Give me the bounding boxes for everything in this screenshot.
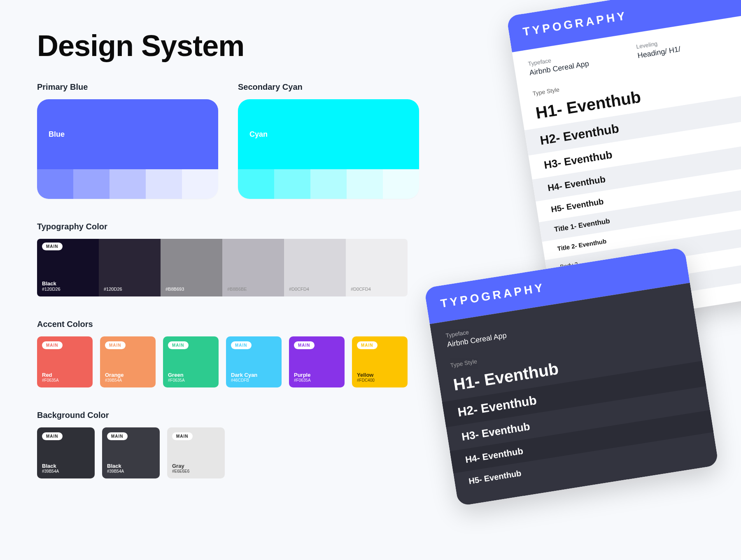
swatch-name: Orange xyxy=(105,372,151,378)
swatch-hex: #39B54A xyxy=(105,378,151,383)
swatch-hex: #F0635A xyxy=(42,378,88,383)
type-style-row: Body 2 xyxy=(553,272,741,331)
type-style-row: H5- Eventhub xyxy=(536,160,741,222)
type-style-row: Title 2- Eventhub xyxy=(542,201,741,260)
typography-card-dark: TYPOGRAPHY Typeface Airbnb Cereal App Ty… xyxy=(424,247,719,506)
typeface-value: Airbnb Cereal App xyxy=(529,59,590,77)
main-chip: MAIN xyxy=(357,341,377,349)
main-chip: MAIN xyxy=(168,341,189,349)
type-style-row: H2- Eventhub xyxy=(524,89,741,155)
swatch-name: Black xyxy=(107,463,155,469)
type-style-row: H4- Eventhub xyxy=(532,138,741,201)
type-style-row: H2- Eventhub xyxy=(442,361,706,427)
tint-swatch xyxy=(347,169,383,199)
type-style-row: H5- Eventhub xyxy=(453,432,717,494)
typography-color-row: MAINBlack#120D26#120D26#B8B693#B8B6BE#D0… xyxy=(37,239,408,296)
main-chip: MAIN xyxy=(42,432,63,440)
background-swatch: MAINGray#E6E6E6 xyxy=(167,427,225,478)
accent-swatch: MAINGreen#F0635A xyxy=(163,336,219,387)
accent-swatch: MAINDark Cyan#46CDFB xyxy=(226,336,282,387)
type-style-row: H1- Eventhub xyxy=(520,59,741,130)
tint-swatch xyxy=(146,169,182,199)
background-color-label: Background Color xyxy=(37,411,449,420)
swatch-hex: #39B54A xyxy=(107,469,155,474)
type-style-row: H3- Eventhub xyxy=(446,386,710,451)
main-chip: MAIN xyxy=(172,432,193,440)
accent-swatch: MAINYellow#FDC400 xyxy=(352,336,408,387)
swatch-name: Gray xyxy=(172,463,220,469)
primary-blue-label: Primary Blue xyxy=(37,82,218,92)
main-chip: MAIN xyxy=(231,341,252,349)
type-style-label: Type Style xyxy=(517,42,741,101)
swatch-hex: #D0CFD4 xyxy=(289,287,341,292)
swatch-name: Green xyxy=(168,372,214,378)
type-style-row: Title 1- Eventhub xyxy=(539,181,741,242)
type-style-row: H1- Eventhub xyxy=(437,331,702,402)
swatch-name: Red xyxy=(42,372,88,378)
swatch-hex: #B8B693 xyxy=(165,287,217,292)
swatch-hex: #F0635A xyxy=(168,378,214,383)
tint-swatch xyxy=(238,169,274,199)
tint-swatch xyxy=(110,169,146,199)
primary-blue-main: Blue xyxy=(37,99,218,169)
background-color-row: MAINBlack#39B54AMAINBlack#39B54AMAINGray… xyxy=(37,427,449,478)
swatch-hex: #E6E6E6 xyxy=(172,469,220,474)
typography-color-label: Typography Color xyxy=(37,222,449,231)
swatch-name: Black xyxy=(42,280,94,287)
tint-swatch xyxy=(274,169,310,199)
type-style-row: Title 3- Eventhub xyxy=(550,254,741,313)
typeface-label: Typeface xyxy=(527,51,588,67)
typography-color-swatch: MAINBlack#120D26 xyxy=(37,239,99,296)
typography-color-swatch: #D0CFD4 xyxy=(346,239,408,296)
tint-swatch xyxy=(383,169,419,199)
swatch-hex: #B8B6BE xyxy=(227,287,279,292)
tint-swatch xyxy=(73,169,110,199)
swatch-name: Yellow xyxy=(357,372,403,378)
accent-colors-label: Accent Colors xyxy=(37,320,449,329)
secondary-cyan-label: Secondary Cyan xyxy=(238,82,419,92)
accent-swatch: MAINPurple#F0635A xyxy=(289,336,345,387)
type-style-row: H3- Eventhub xyxy=(529,114,741,180)
swatch-hex: #F0635A xyxy=(294,378,340,383)
main-chip: MAIN xyxy=(294,341,315,349)
accent-colors-row: MAINRed#F0635AMAINOrange#39B54AMAINGreen… xyxy=(37,336,408,387)
main-chip: MAIN xyxy=(105,341,126,349)
swatch-hex: #46CDFB xyxy=(231,378,277,383)
typography-card-header: TYPOGRAPHY xyxy=(506,0,741,52)
swatch-name: Black xyxy=(42,463,90,469)
accent-swatch: MAINOrange#39B54A xyxy=(100,336,156,387)
secondary-cyan-main: Cyan xyxy=(238,99,419,169)
main-chip: MAIN xyxy=(42,243,63,250)
secondary-cyan-swatch: Cyan xyxy=(238,99,419,199)
type-style-label: Type Style xyxy=(435,314,698,373)
main-chip: MAIN xyxy=(42,341,63,349)
typography-card-header: TYPOGRAPHY xyxy=(424,247,690,324)
tint-swatch xyxy=(37,169,73,199)
type-style-row: Body 2 xyxy=(545,219,741,278)
tint-swatch xyxy=(310,169,347,199)
typeface-label: Typeface xyxy=(445,323,506,339)
swatch-hex: #D0CFD4 xyxy=(351,287,403,292)
swatch-hex: #120D26 xyxy=(42,287,94,292)
typography-color-swatch: #B8B693 xyxy=(161,239,222,296)
typography-color-swatch: #B8B6BE xyxy=(222,239,284,296)
typography-color-swatch: #D0CFD4 xyxy=(284,239,346,296)
swatch-hex: #120D26 xyxy=(104,287,156,292)
leveling-value: Heading/ H1/ xyxy=(637,45,681,60)
accent-swatch: MAINRed#F0635A xyxy=(37,336,93,387)
page-title: Design System xyxy=(37,29,449,63)
type-style-row: H4- Eventhub xyxy=(450,410,714,473)
background-swatch: MAINBlack#39B54A xyxy=(37,427,95,478)
typography-color-swatch: #120D26 xyxy=(99,239,161,296)
tint-swatch xyxy=(182,169,218,199)
type-style-row: BUTTON xyxy=(548,237,741,296)
main-chip: MAIN xyxy=(107,432,128,440)
leveling-label: Leveling xyxy=(636,37,679,50)
swatch-hex: #FDC400 xyxy=(357,378,403,383)
swatch-name: Purple xyxy=(294,372,340,378)
swatch-hex: #39B54A xyxy=(42,469,90,474)
background-swatch: MAINBlack#39B54A xyxy=(102,427,160,478)
typography-card-light: TYPOGRAPHY Typeface Airbnb Cereal App Le… xyxy=(506,0,741,330)
swatch-name: Dark Cyan xyxy=(231,372,277,378)
primary-blue-swatch: Blue xyxy=(37,99,218,199)
